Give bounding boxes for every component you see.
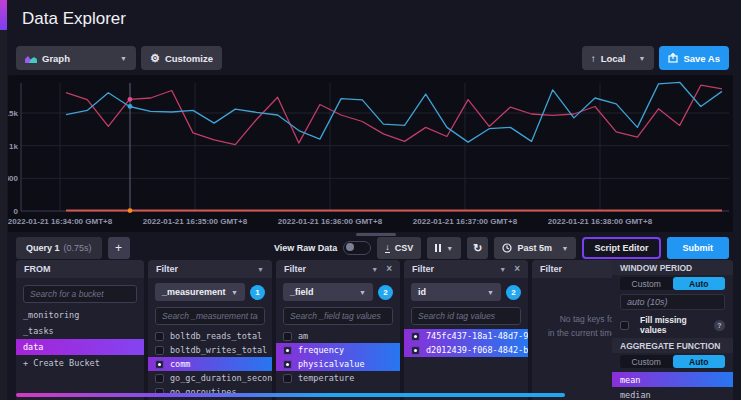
close-icon[interactable]: × — [386, 264, 392, 274]
checkbox[interactable] — [283, 332, 292, 341]
checkbox[interactable] — [155, 346, 164, 355]
aggregate-function-label: mean — [620, 375, 640, 385]
bucket-list-item[interactable]: + Create Bucket — [16, 355, 144, 371]
filter-key-value: id — [418, 287, 426, 297]
save-as-button[interactable]: Save As — [659, 46, 729, 70]
filter-value-row[interactable]: frequency — [276, 343, 400, 357]
gear-icon: ⚙ — [150, 53, 160, 64]
filter-key-dropdown[interactable]: _field ▼ — [283, 283, 373, 301]
selected-count-badge: 2 — [506, 285, 521, 300]
filter-key-row: _field ▼ 2 — [283, 283, 393, 301]
view-raw-data-toggle[interactable] — [343, 241, 371, 255]
filter-key-dropdown[interactable]: id ▼ — [411, 283, 501, 301]
chevron-down-icon[interactable]: ▼ — [371, 266, 378, 273]
chart-canvas[interactable]: 1.5k1k50002022-01-21 16:34:00 GMT+82022-… — [8, 75, 733, 232]
filter-value-row[interactable]: 745fc437-18a1-48d7-98a6-7… — [404, 329, 528, 343]
fill-missing-values-row: Fill missing values ? — [620, 315, 725, 335]
filter-value-row[interactable]: d2012439-f068-4842-bfef-8… — [404, 343, 528, 357]
customize-button[interactable]: ⚙ Customize — [141, 46, 222, 70]
toggle-knob — [346, 243, 354, 251]
bucket-label: _tasks — [23, 326, 54, 336]
window-period-header: WINDOW PERIOD — [612, 260, 733, 275]
chevron-down-icon[interactable]: ▼ — [499, 266, 506, 273]
horizontal-scrollbar[interactable] — [16, 393, 565, 397]
filter-value-row[interactable]: temperature — [276, 371, 400, 385]
aggregate-function-item[interactable]: median — [612, 387, 733, 400]
checkbox[interactable] — [155, 332, 164, 341]
pause-icon — [435, 244, 441, 252]
aggregate-function-item[interactable]: mean — [612, 372, 733, 387]
refresh-button[interactable]: ↻ — [467, 237, 488, 259]
filter-value-row[interactable]: am — [276, 329, 400, 343]
view-type-label: Graph — [42, 53, 70, 64]
query-builder: FROM _monitoring _tasks data + Create Bu… — [16, 260, 733, 400]
influxdb-logo[interactable] — [0, 0, 7, 30]
checkbox[interactable] — [155, 374, 164, 383]
filter-value-label: d2012439-f068-4842-bfef-8… — [426, 345, 528, 355]
selected-count-badge: 1 — [250, 285, 265, 300]
auto-option[interactable]: Auto — [673, 277, 726, 290]
filter-value-row[interactable]: boltdb_reads_total — [148, 329, 272, 343]
checkbox[interactable] — [411, 346, 420, 355]
view-raw-data-label: View Raw Data — [274, 243, 337, 253]
filter-key-row: _measurement ▼ 1 — [155, 283, 265, 301]
svg-text:2022-01-21 16:37:00 GMT+8: 2022-01-21 16:37:00 GMT+8 — [413, 217, 518, 226]
filter-title: Filter — [284, 264, 306, 274]
checkbox[interactable] — [283, 360, 292, 369]
checkbox[interactable] — [283, 346, 292, 355]
chevron-down-icon: ▼ — [446, 245, 453, 252]
bucket-list-item[interactable]: _tasks — [16, 323, 144, 339]
window-period-input[interactable]: auto (10s) — [620, 294, 725, 310]
time-range-dropdown[interactable]: Past 5m ▼ — [494, 237, 576, 259]
query-tab[interactable]: Query 1 (0.75s) — [16, 237, 102, 259]
measurement-search-input[interactable] — [155, 307, 265, 325]
filter-key-dropdown[interactable]: _measurement ▼ — [155, 283, 245, 301]
close-icon[interactable]: × — [514, 264, 520, 274]
filter-panel-header: Filter ▼ — [148, 260, 272, 278]
field-search-input[interactable] — [283, 307, 393, 325]
pause-dropdown-button[interactable]: ▼ — [427, 237, 461, 259]
bucket-search-input[interactable] — [23, 285, 137, 303]
csv-download-button[interactable]: ↓ CSV — [377, 237, 421, 259]
checkbox[interactable] — [283, 374, 292, 383]
bucket-list-item[interactable]: data — [16, 339, 144, 355]
filter-value-row[interactable]: physicalvalue — [276, 357, 400, 371]
query-toolbar: Query 1 (0.75s) + View Raw Data ↓ CSV ▼ … — [16, 237, 729, 259]
chevron-down-icon[interactable]: ▼ — [257, 266, 264, 273]
measurement-list: boltdb_reads_total boltdb_writes_total c… — [148, 329, 272, 400]
filter-key-value: _field — [290, 287, 314, 297]
selected-count-badge: 2 — [378, 285, 393, 300]
filter-value-label: boltdb_reads_total — [170, 331, 262, 341]
submit-button[interactable]: Submit — [667, 237, 730, 259]
bucket-list-item[interactable]: _monitoring — [16, 307, 144, 323]
checkbox[interactable] — [155, 360, 164, 369]
fill-missing-checkbox[interactable] — [620, 321, 629, 330]
filter-value-row[interactable]: go_gc_duration_seconds — [148, 371, 272, 385]
view-type-dropdown[interactable]: Graph ▼ — [16, 46, 136, 70]
filter-key-row: id ▼ 2 — [411, 283, 521, 301]
chevron-down-icon: ▼ — [120, 55, 127, 62]
script-editor-button[interactable]: Script Editor — [582, 237, 660, 259]
local-dropdown[interactable]: ↑ Local ▼ — [582, 46, 655, 70]
time-series-chart[interactable]: 1.5k1k50002022-01-21 16:34:00 GMT+82022-… — [8, 75, 733, 232]
refresh-icon: ↻ — [473, 242, 482, 255]
checkbox[interactable] — [411, 332, 420, 341]
nav-sidebar[interactable] — [0, 0, 7, 400]
download-icon: ↓ — [385, 243, 390, 253]
add-query-button[interactable]: + — [108, 237, 130, 259]
bucket-label: _monitoring — [23, 310, 79, 320]
time-range-label: Past 5m — [517, 243, 552, 253]
auto-option[interactable]: Auto — [673, 355, 726, 368]
custom-option[interactable]: Custom — [620, 277, 673, 290]
local-label: Local — [601, 53, 626, 64]
svg-text:0: 0 — [14, 207, 19, 216]
custom-option[interactable]: Custom — [620, 355, 673, 368]
filter-value-label: am — [298, 331, 308, 341]
panel-resize-handle[interactable] — [356, 233, 396, 236]
id-search-input[interactable] — [411, 307, 521, 325]
from-panel-header: FROM — [16, 260, 144, 278]
filter-value-row[interactable]: comm — [148, 357, 272, 371]
help-icon[interactable]: ? — [714, 320, 725, 331]
filter-value-label: physicalvalue — [298, 359, 365, 369]
filter-value-row[interactable]: boltdb_writes_total — [148, 343, 272, 357]
